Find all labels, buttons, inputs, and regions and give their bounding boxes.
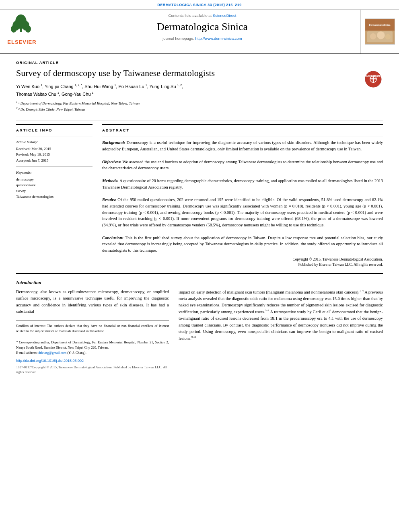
history-label: Article history:: [16, 140, 93, 145]
keywords-label: Keywords:: [16, 170, 93, 175]
journal-homepage: journal homepage: http://www.derm-sinica…: [162, 36, 242, 41]
journal-title: Dermatologica Sinica: [157, 20, 248, 34]
background-label: Background:: [102, 140, 125, 145]
affiliation-1: 1 ¹ Department of Dermatology, Far Easte…: [16, 100, 345, 107]
abstract-column: ABSTRACT Background: Dermoscopy is a use…: [102, 124, 383, 267]
affiliation-2: 2 ² Dr. Deung's Skin Clinic, New Taipei,…: [16, 106, 345, 113]
elsevier-logo-section: ELSEVIER: [0, 10, 44, 53]
keyword-2: questionnaire: [16, 182, 93, 188]
conclusion-label: Conclusion:: [102, 236, 123, 240]
affiliations: 1 ¹ Department of Dermatology, Far Easte…: [16, 100, 345, 113]
article-info-abstract: ARTICLE INFO Article history: Received: …: [16, 124, 383, 267]
rule-3: [16, 166, 93, 167]
svg-point-10: [370, 33, 376, 39]
keyword-4: Taiwanese dermatologists: [16, 194, 93, 199]
crossmark-icon: CrossMark: [365, 71, 382, 88]
title-text-col: Survey of dermoscopy use by Taiwanese de…: [16, 68, 365, 117]
results-label: Results:: [102, 197, 116, 202]
elsevier-tree-icon: [8, 14, 36, 34]
corresponding-label: * Corresponding: [16, 340, 39, 344]
svg-point-11: [377, 31, 385, 39]
methods-label: Methods:: [102, 179, 119, 183]
conflicts-footnote: Conflicts of interest: The authors decla…: [16, 323, 169, 334]
body-right-col: impact on early detection of malignant s…: [179, 289, 383, 375]
email-footnote: E-mail address: drleung@gmail.com (Y.-J.…: [16, 350, 169, 355]
results-text: Of the 950 mailed questionnaires, 202 we…: [102, 197, 383, 227]
doi-link[interactable]: http://dx.doi.org/10.1016/j.dsi.2015.06.…: [16, 359, 84, 363]
footnote-area: Conflicts of interest: The authors decla…: [16, 320, 169, 355]
rule-1: [16, 121, 383, 121]
abstract-heading: ABSTRACT: [102, 127, 383, 133]
journal-header: ELSEVIER Contents lists available at Sci…: [0, 10, 399, 54]
abstract-text: Background: Dermoscopy is a useful techn…: [102, 140, 383, 254]
elsevier-logo: ELSEVIER: [6, 35, 38, 49]
email-suffix: (Y.-J. Chang).: [67, 351, 86, 355]
copyright-line: Copyright © 2015, Taiwanese Dermatologic…: [102, 257, 383, 268]
svg-text:DermatologicaSinica: DermatologicaSinica: [369, 24, 391, 26]
body-left-col: Dermoscopy, also known as epiluminescenc…: [16, 289, 169, 375]
journal-title-section: Contents lists available at ScienceDirec…: [44, 10, 361, 53]
email-label: E-mail address:: [16, 351, 37, 355]
article-info-heading: ARTICLE INFO: [16, 127, 93, 133]
crossmark-badge[interactable]: CrossMark: [365, 71, 383, 89]
methods-text: A questionnaire of 20 items regarding de…: [102, 179, 383, 189]
journal-logo-image: DermatologicaSinica: [365, 19, 395, 44]
main-body: Introduction Dermoscopy, also known as e…: [0, 279, 399, 374]
homepage-link[interactable]: http://www.derm-sinica.com: [195, 36, 242, 41]
article-info-column: ARTICLE INFO Article history: Received: …: [16, 124, 93, 267]
info-rule: [16, 124, 93, 125]
corresponding-footnote: * Corresponding author, Department of De…: [16, 340, 169, 350]
issn-line: 1027-8117/Copyright © 2015, Taiwanese De…: [16, 365, 169, 375]
accepted-date: Accepted: Jun 7, 2015: [16, 158, 93, 163]
background-text: Dermoscopy is a useful technique for imp…: [102, 140, 383, 151]
bottom-rule: [16, 273, 383, 274]
sciencedirect-link[interactable]: ScienceDirect: [213, 13, 237, 18]
revised-date: Revised: May 16, 2015: [16, 152, 93, 157]
body-two-col: Dermoscopy, also known as epiluminescenc…: [16, 289, 383, 375]
objectives-text: We assessed the use and barriers to adop…: [102, 160, 383, 170]
svg-point-5: [25, 25, 31, 33]
doi-line: http://dx.doi.org/10.1016/j.dsi.2015.06.…: [16, 358, 169, 364]
abstract-rule: [102, 124, 383, 125]
received-date: Received: Mar 20, 2015: [16, 146, 93, 152]
intro-left-text: Dermoscopy, also known as epiluminescenc…: [16, 289, 169, 315]
objectives-label: Objectives:: [102, 160, 121, 164]
citation-text: DERMATOLOGICA SINICA 33 (2015) 215–219: [157, 3, 242, 7]
svg-point-12: [385, 34, 391, 39]
journal-logo-box: DermatologicaSinica: [365, 18, 395, 45]
rule-2: [16, 136, 93, 136]
keyword-3: survey: [16, 188, 93, 193]
elsevier-name: ELSEVIER: [7, 39, 36, 46]
journal-logo-section: DermatologicaSinica: [361, 10, 399, 53]
article-title: Survey of dermoscopy use by Taiwanese de…: [16, 68, 345, 79]
rule-4: [102, 136, 383, 136]
conclusion-text: This is the first published survey about…: [102, 236, 383, 253]
intro-heading: Introduction: [16, 279, 383, 286]
citation-bar: DERMATOLOGICA SINICA 33 (2015) 215–219: [0, 0, 399, 10]
article-type: ORIGINAL ARTICLE: [16, 60, 383, 65]
email-link[interactable]: drleung@gmail.com: [38, 351, 66, 355]
sciencedirect-line: Contents lists available at ScienceDirec…: [169, 13, 237, 18]
keyword-1: dermoscopy: [16, 177, 93, 182]
article-container: ORIGINAL ARTICLE Survey of dermoscopy us…: [0, 60, 399, 274]
authors-line: Yi-Wen Kuo 1, Ying-jui Chang 1, 2, *, Sh…: [16, 83, 345, 98]
svg-point-4: [11, 25, 16, 33]
intro-right-text: impact on early detection of malignant s…: [179, 289, 383, 342]
title-row: Survey of dermoscopy use by Taiwanese de…: [16, 68, 383, 117]
